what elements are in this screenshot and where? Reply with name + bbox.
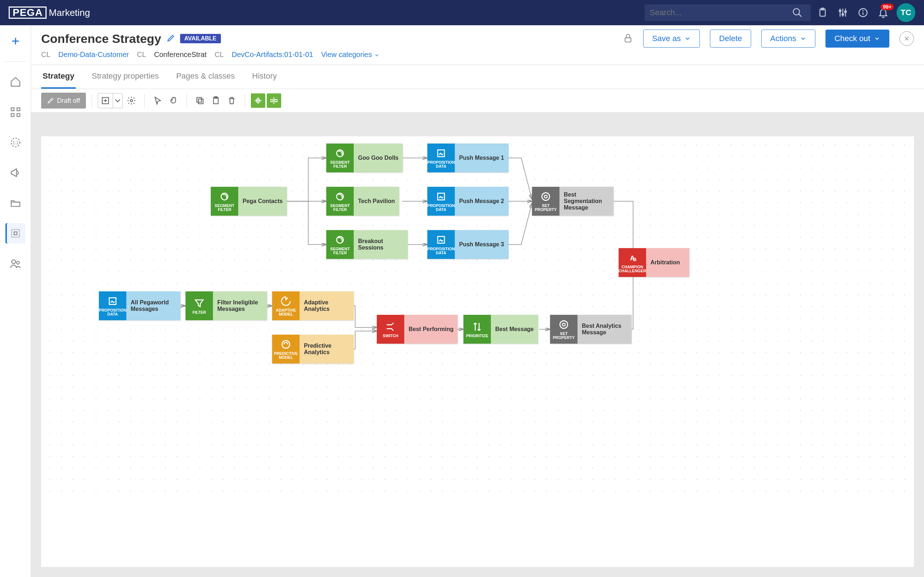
strategy-canvas[interactable]: SEGMENT FILTER Pega Contacts SEGMENT FIL… <box>41 136 914 497</box>
node-breakout-sessions[interactable]: SEGMENT FILTER Breakout Sessions <box>326 230 408 259</box>
svg-text:1:1: 1:1 <box>12 140 18 145</box>
nav-folders[interactable] <box>5 193 26 213</box>
sliders-icon[interactable] <box>835 4 851 21</box>
notification-bell-icon[interactable]: 99+ <box>875 4 892 21</box>
nav-campaigns[interactable] <box>5 163 26 183</box>
align-icon[interactable] <box>251 93 265 108</box>
status-badge: AVAILABLE <box>180 34 221 43</box>
node-push-3[interactable]: PROPOSITION DATA Push Message 3 <box>427 230 509 259</box>
node-predictive-analytics[interactable]: PREDICTIVE MODEL Predictive Analytics <box>272 335 354 364</box>
svg-text:B: B <box>633 257 637 262</box>
svg-rect-21 <box>11 229 19 237</box>
page-title: Conference Strategy <box>41 32 162 46</box>
svg-rect-17 <box>11 114 14 116</box>
nav-audience[interactable] <box>5 253 26 274</box>
svg-point-54 <box>282 340 289 348</box>
save-as-button[interactable]: Save as <box>643 29 700 48</box>
svg-line-1 <box>799 14 802 17</box>
brand-logo: PEGA <box>9 6 47 19</box>
edit-icon[interactable] <box>166 34 175 44</box>
svg-point-49 <box>542 193 549 200</box>
nav-strategies[interactable] <box>5 223 26 243</box>
trash-icon[interactable] <box>225 93 239 108</box>
pan-hand-icon[interactable] <box>166 93 181 108</box>
node-pega-contacts[interactable]: SEGMENT FILTER Pega Contacts <box>211 187 287 216</box>
nav-apps[interactable] <box>5 102 26 122</box>
svg-point-24 <box>16 261 19 264</box>
bc-strategy-name: ConferenceStrat <box>154 50 207 59</box>
brand-product: Marketing <box>49 7 90 18</box>
canvas-scroll[interactable]: SEGMENT FILTER Pega Contacts SEGMENT FIL… <box>41 136 914 567</box>
tab-history[interactable]: History <box>251 65 278 89</box>
view-categories-link[interactable]: View categories <box>321 50 380 59</box>
svg-rect-39 <box>271 100 273 102</box>
svg-rect-33 <box>197 97 201 102</box>
node-best-analytics-message[interactable]: SET PROPERTY Best Analytics Message <box>550 315 632 344</box>
node-tech-pavilion[interactable]: SEGMENT FILTER Tech Pavilion <box>326 187 399 216</box>
actions-button[interactable]: Actions <box>761 29 815 48</box>
svg-rect-18 <box>17 114 20 116</box>
node-goo-goo-dolls[interactable]: SEGMENT FILTER Goo Goo Dolls <box>326 143 403 172</box>
page-header: Conference Strategy AVAILABLE Save as De… <box>31 25 924 65</box>
svg-rect-25 <box>625 37 631 42</box>
draft-off-button[interactable]: Draft off <box>41 93 86 108</box>
node-best-segmentation[interactable]: SET PROPERTY Best Segmentation Message <box>532 187 614 216</box>
node-arbitration[interactable]: ABCHAMPION CHALLENGER Arbitration <box>619 248 690 277</box>
nav-add[interactable] <box>5 31 26 51</box>
tab-properties[interactable]: Strategy properties <box>90 65 160 89</box>
check-out-button[interactable]: Check out <box>825 29 889 48</box>
close-button[interactable] <box>900 31 914 46</box>
clipboard-icon[interactable] <box>814 4 831 21</box>
search-box[interactable] <box>645 4 811 21</box>
node-best-message[interactable]: PRIORITIZE Best Message <box>464 315 538 344</box>
nav-home[interactable] <box>5 72 26 92</box>
svg-rect-22 <box>14 232 17 235</box>
svg-point-56 <box>562 323 565 326</box>
svg-rect-32 <box>198 99 203 104</box>
svg-point-12 <box>863 10 863 11</box>
node-push-1[interactable]: PROPOSITION DATA Push Message 1 <box>427 143 509 172</box>
node-push-2[interactable]: PROPOSITION DATA Push Message 2 <box>427 187 509 216</box>
search-icon[interactable] <box>789 4 806 21</box>
svg-rect-40 <box>275 100 277 102</box>
node-filter-ineligible[interactable]: FILTER Filter Ineligible Messages <box>186 292 267 320</box>
tab-strategy[interactable]: Strategy <box>41 65 76 89</box>
add-component-button[interactable] <box>98 93 123 108</box>
node-best-performing[interactable]: SWITCH Best Performing <box>377 315 458 344</box>
svg-point-0 <box>793 9 800 15</box>
brand: PEGA Marketing <box>9 6 90 19</box>
bc-link-class[interactable]: Demo-Data-Customer <box>58 50 129 59</box>
svg-point-31 <box>130 100 132 102</box>
search-input[interactable] <box>650 8 785 17</box>
tab-pages[interactable]: Pages & classes <box>175 65 236 89</box>
delete-button[interactable]: Delete <box>710 29 751 48</box>
settings-gear-icon[interactable] <box>124 93 139 108</box>
svg-point-55 <box>560 321 567 328</box>
node-adaptive-analytics[interactable]: ADAPTIVE MODEL Adaptive Analytics <box>272 292 354 320</box>
node-all-pegaworld[interactable]: PROPOSITION DATA All Pegaworld Messages <box>99 292 181 320</box>
bc-link-ruleset[interactable]: DevCo-Artifacts:01-01-01 <box>232 50 313 59</box>
breadcrumb: CL Demo-Data-Customer CL ConferenceStrat… <box>41 48 914 64</box>
left-nav: 1:1 <box>0 25 31 577</box>
svg-point-50 <box>544 195 547 198</box>
tabs: Strategy Strategy properties Pages & cla… <box>31 65 924 89</box>
lock-icon <box>623 33 633 44</box>
svg-rect-16 <box>17 108 20 111</box>
bc-prefix-3: CL <box>215 50 224 59</box>
info-icon[interactable] <box>855 4 871 21</box>
avatar[interactable]: TC <box>897 3 915 22</box>
svg-rect-15 <box>11 108 14 111</box>
copy-icon[interactable] <box>193 93 207 108</box>
toolbar: Draft off <box>31 89 924 113</box>
bc-prefix-2: CL <box>137 50 146 59</box>
bc-prefix-1: CL <box>41 50 50 59</box>
main: Conference Strategy AVAILABLE Save as De… <box>31 25 924 577</box>
pointer-icon[interactable] <box>150 93 165 108</box>
distribute-icon[interactable] <box>267 93 281 108</box>
notification-badge: 99+ <box>881 3 894 10</box>
svg-point-23 <box>11 259 16 264</box>
top-header: PEGA Marketing 99+ TC <box>0 0 924 25</box>
paste-icon[interactable] <box>208 93 223 108</box>
nav-1to1[interactable]: 1:1 <box>5 132 26 153</box>
